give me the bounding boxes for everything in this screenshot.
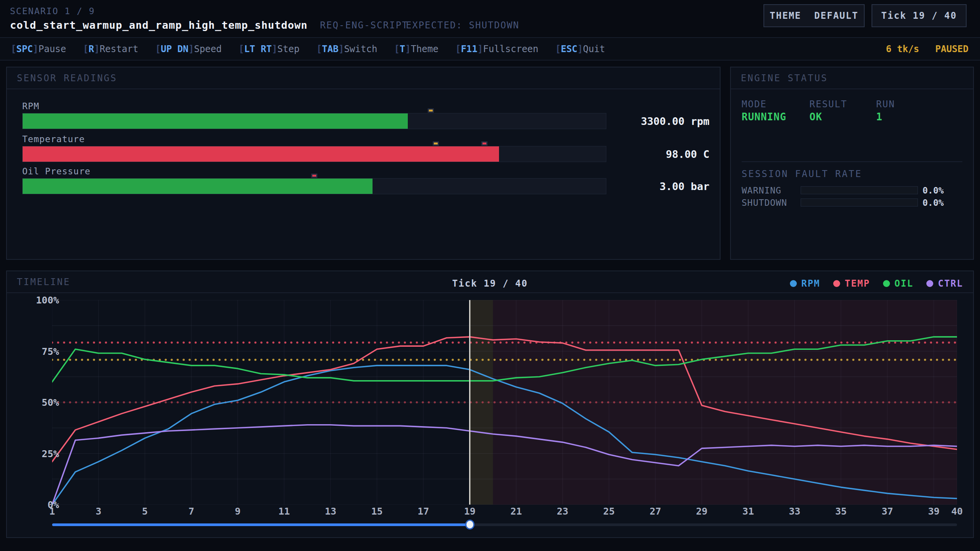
fault-label-shutdown: SHUTDOWN [742, 198, 787, 208]
legend-dot [926, 280, 933, 287]
status-col-label-result: RESULT [809, 99, 847, 110]
x-axis-label: 5 [142, 506, 148, 517]
bracket: ] [94, 44, 99, 54]
fault-label-warning: WARNING [742, 185, 781, 195]
x-axis-label: 39 [928, 506, 939, 517]
bracket: ] [578, 44, 583, 54]
status-col-value-mode: RUNNING [742, 111, 786, 123]
bracket: [ [238, 44, 244, 54]
threshold-marker [433, 141, 439, 146]
tick-rate-label: 6 tk/s [886, 44, 919, 54]
fault-bar-track [801, 186, 918, 194]
sensor-label: Oil Pressure [22, 166, 90, 176]
x-axis-label: 7 [189, 506, 194, 517]
engine-status-panel: ENGINE STATUS MODERUNNINGRESULTOKRUN1 SE… [730, 67, 974, 260]
bracket: [ [11, 44, 16, 54]
timeline-header: TIMELINE Tick 19 / 40 RPMTEMPOILCTRL [7, 271, 973, 293]
legend-dot [790, 280, 797, 287]
threshold-marker [481, 141, 488, 146]
status-divider [742, 161, 962, 162]
sensor-bar-fill [23, 146, 499, 162]
y-axis-label: 25% [26, 448, 59, 459]
engine-status-header: ENGINE STATUS [731, 67, 973, 89]
bracket: ] [338, 44, 344, 54]
shortcut-list: [SPC]Pause[R]Restart[UP DN]Speed[LT RT]S… [0, 44, 605, 54]
shortcut-label: Pause [38, 44, 66, 54]
theme-button[interactable]: THEME DEFAULT [763, 4, 865, 27]
sensor-panel-title: SENSOR READINGS [17, 73, 117, 84]
timeline-scrubber[interactable] [52, 520, 957, 530]
shortcut-label: Theme [411, 44, 438, 54]
shortcut-key: R [89, 44, 94, 54]
threshold-marker [311, 174, 317, 178]
sensor-label: Temperature [22, 134, 85, 144]
sensor-bar-track [22, 113, 606, 129]
sensor-bar-track [22, 146, 606, 162]
legend-label: TEMP [845, 278, 870, 289]
bracket: [ [316, 44, 322, 54]
shortcut-key: F11 [461, 44, 477, 54]
shortcut-key: TAB [322, 44, 338, 54]
shortcut-label: Quit [583, 44, 605, 54]
shortcut-label: Restart [100, 44, 138, 54]
x-axis-label: 13 [325, 506, 336, 517]
sensor-bar-fill [23, 113, 408, 129]
shortcut-restart[interactable]: [R]Restart [83, 44, 139, 54]
legend-item-temp: TEMP [833, 278, 870, 289]
scenario-name: cold_start_warmup_and_ramp_high_temp_shu… [10, 19, 308, 31]
x-axis-label: 17 [418, 506, 429, 517]
shortcut-fullscreen[interactable]: [F11]Fullscreen [455, 44, 538, 54]
legend-dot [833, 280, 840, 287]
sensor-bar-track [22, 178, 606, 194]
timeline-chart-svg [52, 300, 957, 505]
shortcut-label: Fullscreen [483, 44, 538, 54]
sensor-label: RPM [22, 101, 39, 111]
scrubber-fill [52, 523, 470, 526]
x-axis-label: 31 [742, 506, 754, 517]
bracket: [ [555, 44, 561, 54]
shortcut-quit[interactable]: [ESC]Quit [555, 44, 605, 54]
timeline-panel: TIMELINE Tick 19 / 40 RPMTEMPOILCTRL 0%2… [6, 271, 974, 538]
legend-label: CTRL [938, 278, 963, 289]
tick-readout-text: Tick 19 / 40 [881, 10, 957, 21]
x-axis-label: 3 [96, 506, 102, 517]
shortcut-key: UP DN [161, 44, 188, 54]
tick-readout-box: Tick 19 / 40 [872, 4, 967, 27]
x-axis-label: 33 [789, 506, 800, 517]
fault-value: 0.0% [923, 198, 944, 208]
shortcut-bar: [SPC]Pause[R]Restart[UP DN]Speed[LT RT]S… [0, 37, 980, 61]
shortcut-label: Speed [194, 44, 222, 54]
sensor-value: 3300.00 rpm [641, 115, 709, 127]
sensor-bar-fill [23, 179, 373, 194]
x-axis-label: 23 [557, 506, 568, 517]
status-col-label-run: RUN [876, 99, 895, 110]
x-axis-label: 29 [696, 506, 708, 517]
bracket: ] [272, 44, 277, 54]
x-axis-label: 37 [882, 506, 893, 517]
y-axis-label: 75% [26, 346, 59, 357]
shortcut-speed[interactable]: [UP DN]Speed [155, 44, 222, 54]
x-axis-label: 40 [951, 506, 963, 517]
shortcut-key: ESC [561, 44, 577, 54]
theme-button-value: DEFAULT [814, 10, 859, 21]
expected-outcome-label: EXPECTED: SHUTDOWN [406, 20, 519, 31]
shortcut-step[interactable]: [LT RT]Step [238, 44, 299, 54]
shortcut-label: Switch [344, 44, 378, 54]
bracket: ] [33, 44, 38, 54]
shortcut-pause[interactable]: [SPC]Pause [11, 44, 66, 54]
bracket: [ [455, 44, 461, 54]
shortcut-theme[interactable]: [T]Theme [394, 44, 438, 54]
shortcut-key: SPC [16, 44, 33, 54]
sensor-value: 98.00 C [666, 148, 709, 160]
shortcut-switch[interactable]: [TAB]Switch [316, 44, 377, 54]
bracket: [ [155, 44, 161, 54]
status-col-value-run: 1 [876, 111, 883, 123]
x-axis-label: 35 [835, 506, 847, 517]
scrubber-thumb[interactable] [465, 520, 474, 530]
timeline-legend: RPMTEMPOILCTRL [790, 278, 963, 289]
sensor-readings-panel: SENSOR READINGS RPM3300.00 rpmTemperatur… [6, 67, 721, 260]
x-axis-label: 21 [511, 506, 522, 517]
scenario-script-tag: REQ-ENG-SCRIPT [320, 20, 408, 31]
x-axis-label: 15 [371, 506, 382, 517]
shortcut-label: Step [277, 44, 300, 54]
